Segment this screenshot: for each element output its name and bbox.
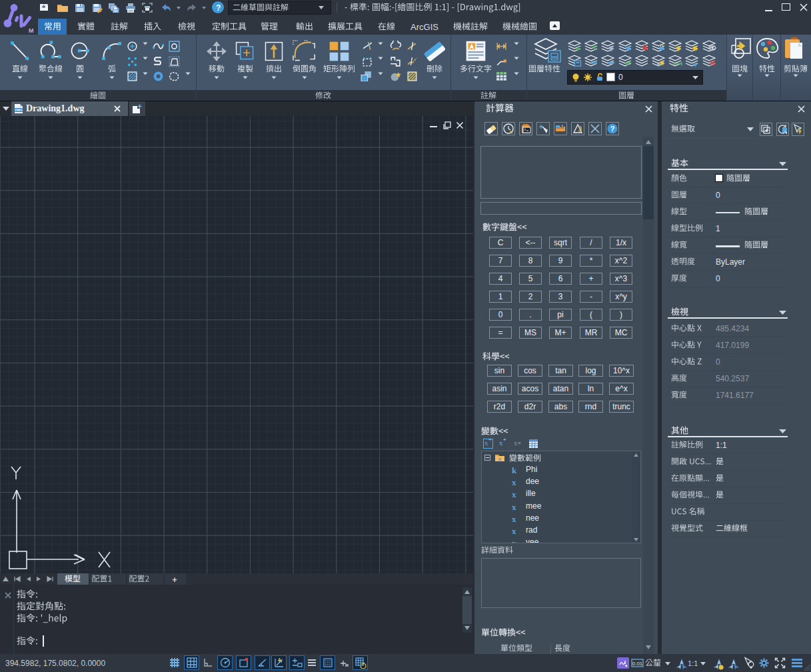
svg-text:?: ?: [610, 125, 615, 133]
svg-text:DWG: DWG: [15, 108, 23, 112]
svg-text:x: x: [498, 455, 501, 462]
svg-text:M: M: [29, 27, 34, 34]
svg-text:0.01: 0.01: [632, 661, 643, 667]
